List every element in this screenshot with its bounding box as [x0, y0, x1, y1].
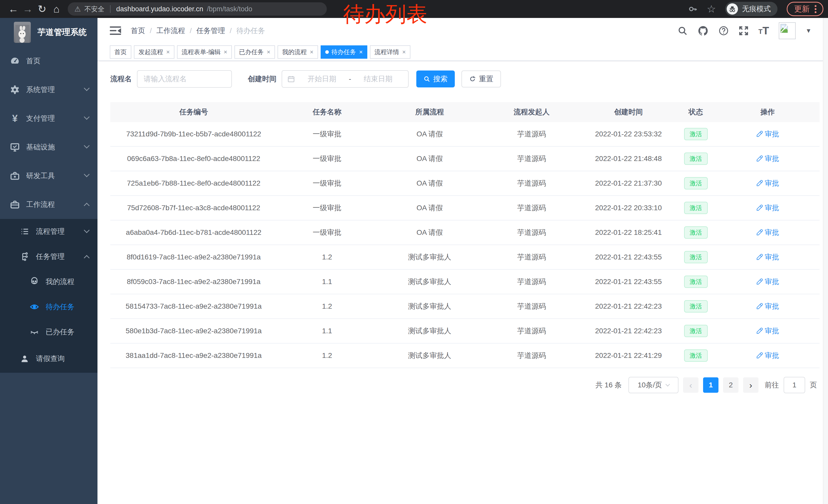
- fullscreen-icon[interactable]: [739, 26, 749, 36]
- close-icon[interactable]: ×: [359, 48, 363, 56]
- start-date-input[interactable]: 开始日期: [297, 74, 347, 84]
- cell-starter: 芋道源码: [482, 302, 581, 311]
- cell-created: 2022-01-21 22:41:29: [581, 352, 676, 360]
- table-body: 73211d9d-7b9b-11ec-b5b7-acde48001122 一级审…: [110, 122, 820, 368]
- cell-created: 2022-01-21 22:43:55: [581, 278, 676, 286]
- column-header: 流程发起人: [482, 107, 581, 117]
- prev-page-button[interactable]: ‹: [683, 377, 699, 393]
- search-icon[interactable]: [677, 26, 688, 36]
- cell-starter: 芋道源码: [482, 326, 581, 336]
- approve-link[interactable]: 审批: [756, 228, 779, 237]
- cell-process: 测试多审批人: [377, 326, 482, 336]
- approve-link[interactable]: 审批: [756, 302, 779, 311]
- sidebar-item-devtools[interactable]: 研发工具: [0, 162, 97, 190]
- tab-label: 我的流程: [282, 48, 307, 56]
- close-icon[interactable]: ×: [166, 48, 170, 56]
- approve-link[interactable]: 审批: [756, 178, 779, 188]
- cell-starter: 芋道源码: [482, 252, 581, 262]
- avatar[interactable]: [779, 22, 796, 39]
- sidebar-item-task-mgmt[interactable]: 任务管理: [0, 244, 97, 269]
- sidebar-item-label: 请假查询: [36, 354, 65, 364]
- approve-link[interactable]: 审批: [756, 326, 779, 336]
- incognito-badge: 无痕模式: [725, 2, 778, 16]
- page-size-select[interactable]: 10条/页: [628, 377, 678, 393]
- close-icon[interactable]: ×: [402, 48, 406, 56]
- table-row: 381aa1dd-7ac8-11ec-a9e2-a2380e71991a 1.2…: [110, 343, 820, 368]
- approve-label: 审批: [765, 252, 779, 262]
- sidebar-item-process-mgmt[interactable]: 流程管理: [0, 219, 97, 244]
- user-icon: [19, 354, 30, 363]
- cell-created: 2022-01-21 22:42:23: [581, 302, 676, 311]
- breadcrumb-item[interactable]: 首页: [131, 26, 145, 36]
- browser-menu-icon[interactable]: [813, 5, 818, 13]
- approve-link[interactable]: 审批: [756, 277, 779, 287]
- scrollbar[interactable]: [823, 18, 828, 504]
- chevron-down-icon[interactable]: ▼: [805, 27, 812, 34]
- date-range-picker[interactable]: 开始日期 - 结束日期: [282, 70, 409, 88]
- tab[interactable]: 发起流程 ×: [134, 45, 174, 59]
- tab[interactable]: 已办任务 ×: [235, 45, 275, 59]
- tab[interactable]: 流程表单-编辑 ×: [177, 45, 232, 59]
- sidebar-item-payment[interactable]: ¥ 支付管理: [0, 104, 97, 133]
- github-icon[interactable]: [697, 25, 709, 36]
- breadcrumb-item[interactable]: 任务管理: [197, 26, 225, 36]
- sidebar-toggle-icon[interactable]: [110, 27, 121, 35]
- tab[interactable]: 首页 ×: [110, 45, 131, 59]
- approve-link[interactable]: 审批: [756, 154, 779, 164]
- cell-process: OA 请假: [377, 129, 482, 139]
- process-name-label: 流程名: [110, 74, 132, 84]
- cell-created: 2022-01-22 23:53:32: [581, 130, 676, 138]
- sidebar-item-done-tasks[interactable]: 已办任务: [0, 319, 97, 345]
- close-icon[interactable]: ×: [266, 48, 271, 56]
- close-icon[interactable]: ×: [309, 48, 314, 56]
- breadcrumb-item[interactable]: 工作流程: [157, 26, 185, 36]
- approve-link[interactable]: 审批: [756, 252, 779, 262]
- cell-starter: 芋道源码: [482, 228, 581, 237]
- status-badge: 激活: [684, 177, 708, 190]
- tab[interactable]: 流程详情 ×: [370, 45, 410, 59]
- chevron-down-icon: [665, 382, 670, 386]
- approve-link[interactable]: 审批: [756, 203, 779, 213]
- cell-process: 测试多审批人: [377, 302, 482, 311]
- sidebar-item-my-process[interactable]: 我的流程: [0, 269, 97, 294]
- end-date-input[interactable]: 结束日期: [353, 74, 403, 84]
- cell-task-name: 一级审批: [277, 154, 377, 164]
- cell-task-id: 58154733-7ac8-11ec-a9e2-a2380e71991a: [110, 302, 277, 311]
- next-page-button[interactable]: ›: [743, 377, 758, 393]
- reset-button[interactable]: 重置: [461, 71, 501, 87]
- approve-link[interactable]: 审批: [756, 129, 779, 139]
- bookmark-star-icon[interactable]: ☆: [707, 3, 716, 15]
- font-size-icon[interactable]: TT: [758, 26, 769, 36]
- home-icon[interactable]: ⌂: [49, 3, 64, 15]
- cell-process: OA 请假: [377, 228, 482, 237]
- sidebar-item-leave-query[interactable]: 请假查询: [0, 345, 97, 373]
- help-icon[interactable]: [718, 26, 729, 36]
- process-name-input[interactable]: [137, 70, 232, 88]
- page-button-2[interactable]: 2: [723, 377, 739, 393]
- column-header: 所属流程: [377, 107, 482, 117]
- update-button[interactable]: 更新: [787, 2, 823, 16]
- sidebar-item-todo-tasks[interactable]: 待办任务: [0, 294, 97, 319]
- cell-task-name: 一级审批: [277, 178, 377, 188]
- forward-icon[interactable]: →: [20, 3, 35, 15]
- page-button-1[interactable]: 1: [703, 377, 718, 393]
- sidebar-item-system[interactable]: 系统管理: [0, 75, 97, 104]
- approve-link[interactable]: 审批: [756, 351, 779, 360]
- key-icon[interactable]: [688, 4, 697, 13]
- search-button[interactable]: 搜索: [416, 71, 455, 87]
- close-icon[interactable]: ×: [223, 48, 227, 56]
- cell-process: OA 请假: [377, 203, 482, 213]
- sidebar-item-home[interactable]: 首页: [0, 47, 97, 75]
- status-badge: 激活: [684, 202, 708, 214]
- cell-starter: 芋道源码: [482, 154, 581, 164]
- sidebar-item-infra[interactable]: 基础设施: [0, 133, 97, 162]
- url-bar[interactable]: ⚠ 不安全 dashboard.yudao.iocoder.cn/bpm/tas…: [68, 2, 327, 16]
- goto-page-input[interactable]: [784, 377, 805, 393]
- approve-label: 审批: [765, 351, 779, 360]
- tab[interactable]: 待办任务 ×: [321, 45, 367, 59]
- back-icon[interactable]: ←: [6, 3, 20, 15]
- tab[interactable]: 我的流程 ×: [278, 45, 318, 59]
- sidebar-item-workflow[interactable]: 工作流程: [0, 190, 97, 219]
- reload-icon[interactable]: ↻: [35, 3, 49, 15]
- screen: ← → ↻ ⌂ ⚠ 不安全 dashboard.yudao.iocoder.cn…: [0, 0, 828, 504]
